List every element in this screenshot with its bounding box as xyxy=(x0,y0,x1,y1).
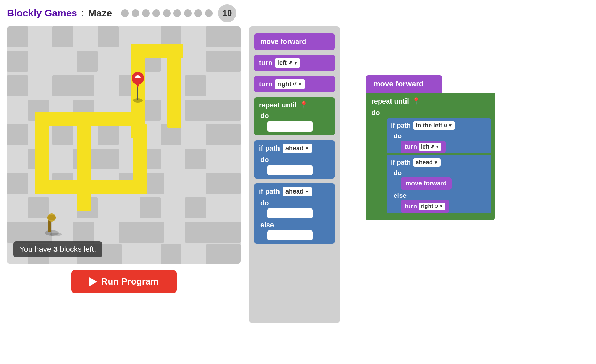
right-value: right xyxy=(277,81,291,88)
main-layout: You have 3 blocks left. Run Program move… xyxy=(0,26,596,323)
dd-arrow-4: ▼ xyxy=(305,189,309,194)
svg-point-62 xyxy=(47,215,56,220)
ws-if-path-left-block[interactable]: if path to the left ↺ ▼ do turn xyxy=(387,118,491,153)
blocks-left-info: You have 3 blocks left. xyxy=(13,241,102,257)
ws-to-the-left-dropdown[interactable]: to the left ↺ ▼ xyxy=(413,121,455,130)
if-path-label: if path xyxy=(259,144,280,152)
svg-rect-42 xyxy=(206,244,241,264)
svg-rect-20 xyxy=(98,124,119,145)
ws-ahead-dropdown[interactable]: ahead ▼ xyxy=(413,158,441,167)
ws-repeat-until-block[interactable]: repeat until 📍 do if path to the left ↺ xyxy=(366,93,495,220)
ahead-value: ahead xyxy=(285,145,304,152)
brand-title[interactable]: Blockly Games xyxy=(7,8,77,19)
svg-rect-33 xyxy=(140,197,161,218)
maze-panel: You have 3 blocks left. xyxy=(7,26,241,264)
svg-rect-47 xyxy=(133,124,147,194)
dot-2[interactable] xyxy=(132,9,139,17)
run-program-button[interactable]: Run Program xyxy=(71,270,177,293)
dd-arrow-7: ▼ xyxy=(434,160,438,165)
dot-1[interactable] xyxy=(121,9,129,17)
do-body-if xyxy=(267,165,313,175)
ws-turn-right-block[interactable]: turn right ↺ ▼ xyxy=(401,200,449,213)
ws-repeat-bottom-cap xyxy=(366,216,495,220)
left-column: You have 3 blocks left. Run Program xyxy=(7,26,241,323)
turn-left-dropdown[interactable]: left ↺ ▼ xyxy=(275,58,300,68)
svg-rect-22 xyxy=(206,124,241,145)
svg-rect-37 xyxy=(119,222,164,243)
move-forward-label: move forward xyxy=(260,38,306,46)
ws-repeat-header: repeat until 📍 xyxy=(366,93,495,107)
rotate-icon: ↺ xyxy=(288,60,292,66)
ws-repeat-label: repeat until xyxy=(371,97,409,105)
dd-arrow-1: ▼ xyxy=(293,61,298,66)
ws-if-path-ahead-block[interactable]: if path ahead ▼ do move forward else xyxy=(387,155,491,213)
svg-rect-27 xyxy=(7,173,28,194)
ws-left-dropdown[interactable]: left ↺ ▼ xyxy=(419,143,441,151)
ws-turn-left-block[interactable]: turn left ↺ ▼ xyxy=(401,141,446,153)
ws-left-value: left xyxy=(421,144,429,150)
ws-move-forward-2[interactable]: move forward xyxy=(401,177,452,190)
svg-point-63 xyxy=(50,233,62,236)
if-path-ahead-dropdown[interactable]: ahead ▼ xyxy=(283,144,312,153)
ws-right-dropdown[interactable]: right ↺ ▼ xyxy=(419,203,445,210)
dot-8[interactable] xyxy=(194,9,202,17)
do-body-toolbox xyxy=(267,121,313,132)
left-value: left xyxy=(277,59,287,67)
svg-rect-1 xyxy=(7,26,28,47)
else-label: else xyxy=(259,221,330,229)
dot-9[interactable] xyxy=(205,9,213,17)
ws-pin-icon: 📍 xyxy=(412,97,420,105)
dot-5[interactable] xyxy=(163,9,171,17)
toolbox-repeat-until[interactable]: repeat until 📍 do xyxy=(254,97,335,135)
svg-rect-11 xyxy=(52,75,94,96)
game-title: Maze xyxy=(88,8,112,19)
else-body xyxy=(267,230,313,240)
maze-svg xyxy=(7,26,241,264)
svg-rect-26 xyxy=(185,149,206,169)
ws-right-value: right xyxy=(421,203,433,210)
toolbox-turn-left[interactable]: turn left ↺ ▼ xyxy=(254,55,335,71)
ws-if-path-ahead-label: if path xyxy=(391,159,411,166)
toolbox-move-forward[interactable]: move forward xyxy=(254,33,335,50)
blocks-count: 3 xyxy=(53,245,58,253)
dot-4[interactable] xyxy=(152,9,160,17)
ws-do-label-2: do xyxy=(387,168,491,177)
svg-rect-6 xyxy=(7,51,28,72)
svg-rect-49 xyxy=(77,180,91,211)
if-path-ahead-dropdown-2[interactable]: ahead ▼ xyxy=(283,187,312,196)
do-label-if-2: do xyxy=(259,199,330,207)
toolbox-if-path-ahead[interactable]: if path ahead ▼ do xyxy=(254,140,335,179)
turn-right-dropdown[interactable]: right ↺ ▼ xyxy=(275,79,305,89)
rotate-icon-3: ↺ xyxy=(444,123,447,128)
toolbox-panel: move forward turn left ↺ ▼ turn right ↺ … xyxy=(249,26,340,323)
pin-icon-toolbox: 📍 xyxy=(299,101,308,109)
dot-3[interactable] xyxy=(142,9,150,17)
ws-move-forward-label: move forward xyxy=(366,75,442,93)
do-label-toolbox: do xyxy=(259,112,330,120)
dot-6[interactable] xyxy=(173,9,181,17)
ws-if-path-label: if path xyxy=(391,122,411,129)
ws-move-forward-block[interactable]: move forward xyxy=(366,75,442,93)
ws-do-label: do xyxy=(366,107,495,118)
svg-rect-34 xyxy=(185,197,206,218)
header: Blockly Games : Maze 10 xyxy=(0,0,596,26)
svg-rect-10 xyxy=(7,75,28,96)
ws-if-do-label-1: do xyxy=(387,131,491,141)
toolbox-turn-right[interactable]: turn right ↺ ▼ xyxy=(254,76,335,92)
svg-rect-17 xyxy=(185,100,241,121)
ws-if-ahead-header: if path ahead ▼ xyxy=(387,155,491,168)
run-button-container: Run Program xyxy=(7,270,241,293)
current-level[interactable]: 10 xyxy=(218,4,236,22)
svg-rect-30 xyxy=(206,173,241,194)
dot-7[interactable] xyxy=(184,9,192,17)
svg-rect-53 xyxy=(167,44,181,128)
svg-rect-7 xyxy=(77,51,98,72)
assembled-block-stack: move forward repeat until 📍 do if path xyxy=(366,75,495,220)
do-label-if: do xyxy=(259,156,330,164)
svg-rect-60 xyxy=(48,220,51,232)
ws-turn-label: turn xyxy=(405,143,417,151)
ws-turn-left-container: turn left ↺ ▼ xyxy=(401,141,489,153)
rotate-icon-2: ↺ xyxy=(293,82,297,87)
toolbox-if-path-ahead-else[interactable]: if path ahead ▼ do else xyxy=(254,183,335,244)
workspace-panel: move forward repeat until 📍 do if path xyxy=(348,26,589,323)
